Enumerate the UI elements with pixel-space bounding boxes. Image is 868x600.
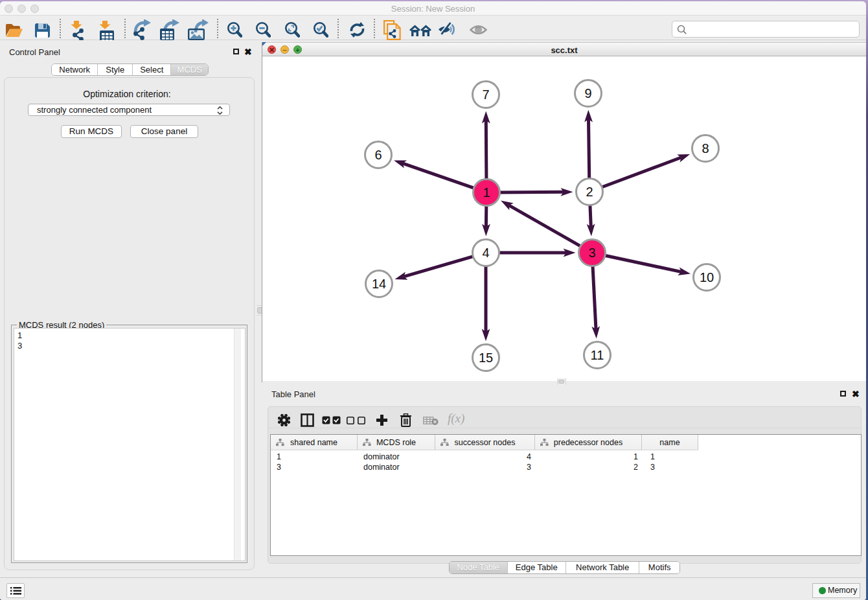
svg-text:10: 10 [700,270,714,284]
svg-text:6: 6 [374,148,382,162]
svg-text:14: 14 [372,277,386,291]
svg-text:9: 9 [584,86,591,100]
svg-text:1: 1 [483,185,490,200]
svg-text:8: 8 [702,141,709,156]
svg-text:2: 2 [586,185,593,199]
svg-text:4: 4 [482,246,489,260]
svg-text:15: 15 [479,351,493,365]
svg-text:11: 11 [591,348,604,362]
svg-text:7: 7 [482,87,489,102]
svg-text:3: 3 [588,246,595,260]
